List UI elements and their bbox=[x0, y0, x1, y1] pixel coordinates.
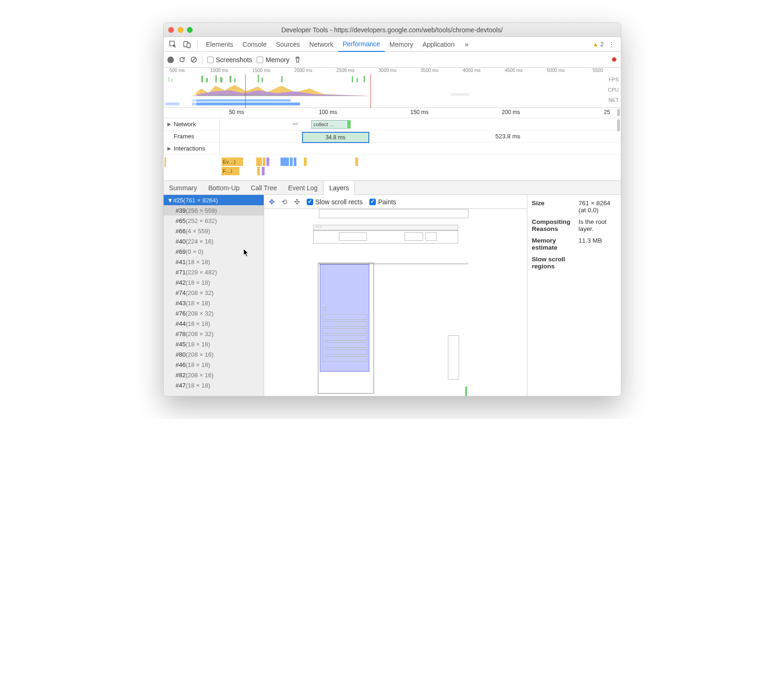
layer-tree-item[interactable]: #69(0 × 0) bbox=[164, 246, 264, 257]
svg-line-4 bbox=[192, 58, 195, 62]
layer-tree-item[interactable]: #40(224 × 16) bbox=[164, 236, 264, 246]
overview-tick: 5000 ms bbox=[547, 68, 564, 73]
tab-performance[interactable]: Performance bbox=[338, 37, 385, 52]
zoom-window-button[interactable] bbox=[187, 27, 193, 33]
layer-tree[interactable]: ▼ #25(761 × 8264)#39(256 × 559)#65(252 ×… bbox=[164, 195, 264, 396]
layer-tree-item[interactable]: #44(18 × 18) bbox=[164, 318, 264, 329]
frame-item[interactable]: 34.8 ms bbox=[302, 132, 369, 143]
layer-tree-item[interactable]: #71(229 × 482) bbox=[164, 267, 264, 277]
warning-icon: ▲ bbox=[592, 41, 598, 48]
detail-ruler[interactable]: 50 ms 100 ms 150 ms 200 ms 25 bbox=[164, 108, 621, 118]
device-mode-icon[interactable] bbox=[180, 38, 194, 51]
window-controls bbox=[168, 27, 193, 33]
tabs-overflow-icon[interactable]: » bbox=[460, 38, 473, 51]
memory-checkbox[interactable]: Memory bbox=[257, 56, 289, 64]
layer-tree-item[interactable]: #43(18 × 18) bbox=[164, 298, 264, 308]
overview-tick: 1000 ms bbox=[210, 68, 228, 73]
inspect-element-icon[interactable] bbox=[166, 38, 180, 51]
svg-rect-17 bbox=[356, 78, 358, 82]
reset-view-icon[interactable]: ✣ bbox=[294, 198, 300, 206]
track-interactions[interactable]: ▶Interactions bbox=[164, 143, 219, 155]
network-mini-bar bbox=[293, 123, 298, 125]
tab-network[interactable]: Network bbox=[305, 37, 338, 52]
network-tail-icon bbox=[348, 120, 351, 129]
tab-application[interactable]: Application bbox=[418, 37, 460, 52]
green-marker-icon bbox=[465, 387, 467, 396]
tab-elements[interactable]: Elements bbox=[201, 37, 238, 52]
overview-tick: 3000 ms bbox=[379, 68, 396, 73]
detail-tabs: SummaryBottom-UpCall TreeEvent LogLayers bbox=[164, 181, 621, 195]
tab-memory[interactable]: Memory bbox=[385, 37, 418, 52]
overview-tick: 2500 ms bbox=[337, 68, 354, 73]
tracks-scrollbar[interactable] bbox=[617, 119, 620, 131]
detail-tab-event-log[interactable]: Event Log bbox=[282, 181, 323, 194]
scrollbar-thumb[interactable] bbox=[617, 109, 620, 116]
layer-tree-item[interactable]: #41(18 × 18) bbox=[164, 257, 264, 267]
svg-rect-9 bbox=[215, 75, 216, 82]
close-window-button[interactable] bbox=[168, 27, 174, 33]
layer-tree-item[interactable]: #46(18 × 18) bbox=[164, 359, 264, 370]
detail-tab-bottom-up[interactable]: Bottom-Up bbox=[202, 181, 245, 194]
slow-scroll-checkbox[interactable]: Slow scroll rects bbox=[307, 198, 363, 206]
pan-icon[interactable]: ✥ bbox=[269, 198, 275, 206]
track-network[interactable]: ▶Network bbox=[164, 118, 219, 130]
track-frames[interactable]: Frames bbox=[164, 130, 219, 143]
svg-rect-14 bbox=[261, 78, 263, 82]
network-request-bar[interactable]: collect … bbox=[311, 120, 348, 129]
settings-menu-icon[interactable]: ⋮ bbox=[605, 38, 618, 51]
tab-console[interactable]: Console bbox=[238, 37, 271, 52]
frame-time-label: 523.8 ms bbox=[496, 133, 520, 140]
svg-rect-11 bbox=[229, 76, 231, 82]
overview-tick: 4000 ms bbox=[462, 68, 480, 73]
layer-viewport-toolbar: ✥ ⟲ ✣ Slow scroll rects Paints bbox=[264, 195, 527, 209]
layer-tree-item[interactable]: ▼ #25(761 × 8264) bbox=[164, 195, 264, 205]
main-flame-chart[interactable]: Ev…) F…l bbox=[164, 156, 621, 181]
detail-tab-summary[interactable]: Summary bbox=[164, 181, 203, 194]
clear-icon[interactable] bbox=[190, 56, 197, 63]
svg-rect-10 bbox=[220, 77, 222, 82]
layer-tree-item[interactable]: #45(18 × 18) bbox=[164, 339, 264, 349]
devtools-window: Developer Tools - https://developers.goo… bbox=[163, 22, 621, 396]
minimize-window-button[interactable] bbox=[178, 27, 183, 33]
overview-tick: 2000 ms bbox=[295, 68, 312, 73]
reload-icon[interactable] bbox=[179, 56, 186, 63]
main-tabs: ElementsConsoleSourcesNetworkPerformance… bbox=[164, 37, 621, 52]
detail-tab-layers[interactable]: Layers bbox=[323, 181, 355, 195]
rotate-icon[interactable]: ⟲ bbox=[281, 198, 288, 206]
layer-tree-item[interactable]: #80(208 × 16) bbox=[164, 349, 264, 359]
overview-timeline[interactable]: 500 ms1000 ms1500 ms2000 ms2500 ms3000 m… bbox=[164, 68, 621, 108]
svg-rect-20 bbox=[192, 102, 300, 105]
browser-chrome-frame bbox=[313, 225, 458, 230]
record-icon[interactable] bbox=[167, 57, 174, 63]
layer-tree-item[interactable]: #76(208 × 32) bbox=[164, 308, 264, 318]
tab-sources[interactable]: Sources bbox=[271, 37, 304, 52]
overview-tick: 500 ms bbox=[169, 68, 185, 73]
layer-properties: Size761 × 8264 (at 0,0) Compositing Reas… bbox=[527, 195, 621, 396]
layers-pane: ▼ #25(761 × 8264)#39(256 × 559)#65(252 ×… bbox=[164, 195, 621, 396]
detail-tab-call-tree[interactable]: Call Tree bbox=[245, 181, 282, 194]
layer-tree-item[interactable]: #39(256 × 559) bbox=[164, 205, 264, 215]
layer-tree-item[interactable]: #65(252 × 632) bbox=[164, 215, 264, 226]
layer-tree-item[interactable]: #78(208 × 32) bbox=[164, 329, 264, 339]
overview-tick: 4500 ms bbox=[504, 68, 522, 73]
window-title: Developer Tools - https://developers.goo… bbox=[164, 26, 621, 34]
svg-rect-21 bbox=[192, 99, 290, 101]
layer-tree-item[interactable]: #82(208 × 16) bbox=[164, 370, 264, 380]
screenshots-checkbox[interactable]: Screenshots bbox=[207, 56, 252, 64]
trash-icon[interactable] bbox=[294, 56, 301, 63]
layer-tree-item[interactable]: #47(18 × 18) bbox=[164, 380, 264, 390]
titlebar: Developer Tools - https://developers.goo… bbox=[164, 23, 621, 37]
overview-tick: 1500 ms bbox=[252, 68, 270, 73]
paints-checkbox[interactable]: Paints bbox=[369, 198, 396, 206]
svg-rect-8 bbox=[206, 78, 208, 82]
warnings-count[interactable]: ▲ 2 bbox=[592, 41, 604, 48]
layer-tree-item[interactable]: #42(18 × 18) bbox=[164, 277, 264, 287]
svg-rect-12 bbox=[234, 79, 235, 82]
capture-settings-icon[interactable]: ✸ bbox=[611, 55, 617, 64]
layer-tree-item[interactable]: #74(208 × 32) bbox=[164, 287, 264, 298]
layer-canvas[interactable] bbox=[264, 209, 527, 396]
overview-lane-labels: FPS CPU NET bbox=[608, 74, 619, 105]
overview-tick: 3500 ms bbox=[421, 68, 439, 73]
layer-tree-item[interactable]: #66(4 × 559) bbox=[164, 226, 264, 236]
layer-viewport: ✥ ⟲ ✣ Slow scroll rects Paints bbox=[264, 195, 527, 396]
